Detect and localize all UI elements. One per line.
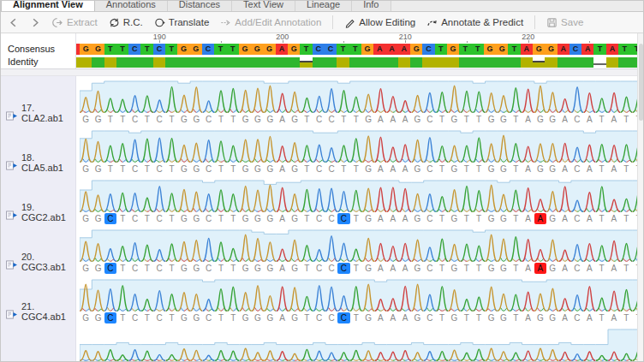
base-letter[interactable]: A	[387, 213, 399, 224]
base-letter[interactable]: G	[485, 114, 497, 125]
consensus-base[interactable]: T	[435, 44, 447, 55]
base-letter[interactable]: G	[498, 312, 510, 323]
consensus-base[interactable]: A	[558, 44, 569, 55]
base-letter[interactable]: T	[473, 114, 485, 125]
base-letter[interactable]: G	[264, 263, 276, 274]
variant-base[interactable]: C	[104, 312, 116, 323]
base-letter[interactable]: A	[583, 114, 595, 125]
base-letter[interactable]: G	[362, 263, 374, 274]
sequence-name-19-cgc2-ab1[interactable]: 19. CGC2.ab1	[1, 175, 76, 225]
base-letter[interactable]: C	[313, 213, 325, 224]
base-letter[interactable]: G	[362, 312, 374, 323]
base-letter[interactable]: C	[313, 312, 325, 323]
base-letter[interactable]: G	[252, 312, 264, 323]
variant-base[interactable]: A	[534, 213, 546, 224]
chromatogram-trace[interactable]	[80, 279, 643, 312]
base-letter[interactable]: G	[92, 312, 104, 323]
consensus-base[interactable]: G	[361, 44, 373, 55]
translate-button[interactable]: Translate	[154, 17, 210, 28]
base-letter[interactable]: G	[264, 312, 276, 323]
consensus-base[interactable]: C	[325, 44, 337, 55]
consensus-base[interactable]: G	[190, 44, 202, 55]
base-letter[interactable]: G	[448, 213, 460, 224]
base-letter[interactable]: T	[436, 312, 448, 323]
base-letter[interactable]: C	[153, 263, 165, 274]
variant-base[interactable]: C	[337, 263, 349, 274]
base-letter[interactable]: G	[546, 114, 558, 125]
base-letter[interactable]: T	[620, 114, 632, 125]
base-letter[interactable]: C	[153, 213, 165, 224]
base-letter[interactable]: A	[277, 163, 289, 175]
base-letter[interactable]: T	[461, 114, 473, 125]
base-letter[interactable]: C	[202, 263, 214, 274]
consensus-base[interactable]: G	[447, 44, 459, 55]
base-letter[interactable]: G	[448, 163, 460, 175]
base-letter[interactable]: T	[227, 312, 239, 323]
base-letter[interactable]: C	[128, 163, 140, 175]
base-letter[interactable]: A	[387, 163, 399, 175]
consensus-base[interactable]: C	[569, 44, 581, 55]
base-letter[interactable]: G	[546, 213, 558, 224]
base-letter[interactable]: G	[362, 163, 374, 175]
base-letter[interactable]: A	[277, 312, 289, 323]
base-letter[interactable]: G	[252, 263, 264, 274]
add-edit-annotation-button[interactable]: Add/Edit Annotation	[220, 17, 321, 28]
base-letter[interactable]: A	[399, 263, 411, 274]
consensus-base[interactable]: T	[140, 44, 152, 55]
base-letter[interactable]: G	[178, 163, 190, 175]
consensus-base[interactable]: T	[459, 44, 471, 55]
base-letter[interactable]: T	[436, 163, 448, 175]
base-letter[interactable]: G	[239, 114, 251, 125]
base-letter[interactable]: A	[277, 213, 289, 224]
sequence-name-20-cgc3-ab1[interactable]: 20. CGC3.ab1	[1, 225, 76, 275]
base-letter[interactable]: T	[461, 163, 473, 175]
base-letter[interactable]: A	[399, 163, 411, 175]
base-letter[interactable]: T	[337, 163, 349, 175]
consensus-base[interactable]: T	[104, 44, 116, 55]
base-letter[interactable]: G	[498, 213, 510, 224]
base-letter[interactable]: A	[399, 114, 411, 125]
base-letter[interactable]: G	[546, 163, 558, 175]
base-letter[interactable]: A	[374, 114, 386, 125]
base-letter[interactable]: T	[436, 263, 448, 274]
base-letter[interactable]: T	[510, 263, 522, 274]
base-letter[interactable]: G	[485, 263, 497, 274]
tab-info[interactable]: Info	[352, 1, 391, 11]
consensus-base[interactable]: A	[373, 44, 385, 55]
chromatogram-trace[interactable]	[80, 80, 643, 113]
base-letter[interactable]: T	[141, 312, 153, 323]
base-letter[interactable]: T	[227, 263, 239, 274]
base-letter[interactable]: G	[534, 163, 546, 175]
base-letter[interactable]: G	[264, 163, 276, 175]
base-letter[interactable]: T	[461, 312, 473, 323]
base-letter[interactable]: T	[461, 213, 473, 224]
base-letter[interactable]: G	[92, 263, 104, 274]
base-letter[interactable]: A	[522, 263, 534, 274]
base-letter[interactable]: G	[80, 213, 92, 224]
base-letter[interactable]: G	[546, 312, 558, 323]
base-letter[interactable]: A	[608, 213, 620, 224]
base-letter[interactable]: G	[411, 163, 423, 175]
variant-base[interactable]: C	[337, 213, 349, 224]
chromatogram-trace[interactable]	[80, 130, 643, 163]
base-letter[interactable]: C	[571, 114, 583, 125]
base-letter[interactable]: G	[485, 213, 497, 224]
chromatogram-trace[interactable]	[80, 329, 643, 361]
tab-text-view[interactable]: Text View	[232, 1, 295, 11]
tab-distances[interactable]: Distances	[168, 1, 232, 11]
base-letter[interactable]: T	[141, 263, 153, 274]
base-letter[interactable]: G	[80, 163, 92, 175]
base-letter[interactable]: G	[546, 263, 558, 274]
base-letter[interactable]: G	[534, 114, 546, 125]
base-letter[interactable]: T	[116, 163, 128, 175]
base-letter[interactable]: T	[620, 263, 632, 274]
base-letter[interactable]: C	[424, 312, 436, 323]
base-letter[interactable]: T	[116, 312, 128, 323]
base-letter[interactable]: T	[165, 114, 177, 125]
base-letter[interactable]: C	[202, 114, 214, 125]
base-letter[interactable]: G	[239, 312, 251, 323]
base-letter[interactable]: C	[313, 163, 325, 175]
base-letter[interactable]: T	[165, 163, 177, 175]
base-letter[interactable]: T	[227, 213, 239, 224]
base-letter[interactable]: G	[289, 312, 301, 323]
